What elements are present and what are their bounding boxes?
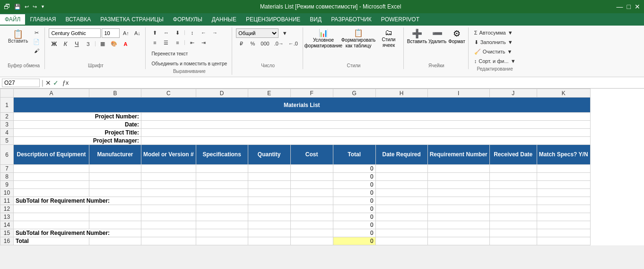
cell-16i[interactable] — [427, 237, 489, 245]
cut-button[interactable]: ✂ — [31, 28, 42, 37]
col-header-g[interactable]: G — [333, 89, 375, 98]
row-header-15[interactable]: 15 — [0, 229, 14, 237]
underline-button[interactable]: Ч — [71, 39, 82, 48]
cell-15k[interactable] — [537, 229, 590, 237]
cell-12b[interactable] — [89, 205, 141, 213]
cell-15e[interactable] — [248, 229, 290, 237]
delete-cells-button[interactable]: ➖ Удалить — [428, 28, 446, 44]
paste-button[interactable]: 📋 Вставить — [6, 28, 30, 45]
menu-formulas[interactable]: ФОРМУЛЫ — [168, 14, 207, 25]
cell-13k[interactable] — [537, 213, 590, 221]
menu-insert[interactable]: ВСТАВКА — [61, 14, 96, 25]
quick-undo[interactable]: ↩ — [25, 4, 29, 10]
cell-10c[interactable] — [141, 189, 196, 197]
row-header-11[interactable]: 11 — [0, 197, 14, 205]
cell-11f[interactable] — [290, 197, 333, 205]
font-color-button[interactable]: A — [120, 40, 131, 48]
project-title-value[interactable] — [141, 129, 591, 137]
cell-16c[interactable] — [141, 237, 196, 245]
cell-7b[interactable] — [89, 165, 141, 173]
cell-16j[interactable] — [489, 237, 537, 245]
cell-11j[interactable] — [489, 197, 537, 205]
format-as-table-button[interactable]: 📋 Форматировать как таблицу — [342, 28, 375, 49]
cell-9k[interactable] — [537, 181, 590, 189]
cell-7c[interactable] — [141, 165, 196, 173]
cell-9h[interactable] — [375, 181, 427, 189]
minimize-button[interactable]: — — [617, 3, 623, 10]
row-header-16[interactable]: 16 — [0, 237, 14, 245]
cell-13e[interactable] — [248, 213, 290, 221]
decrease-decimal-button[interactable]: ←.0 — [287, 39, 300, 48]
row-header-9[interactable]: 9 — [0, 181, 14, 189]
cell-13c[interactable] — [141, 213, 196, 221]
cell-11c[interactable] — [141, 197, 196, 205]
row-header-3[interactable]: 3 — [0, 121, 14, 129]
cell-10b[interactable] — [89, 189, 141, 197]
bold-button[interactable]: Ж — [49, 39, 59, 48]
cell-8d[interactable] — [196, 173, 248, 181]
conditional-format-button[interactable]: 📊 Условное форматирование — [307, 28, 340, 49]
align-middle-button[interactable]: ↔ — [161, 28, 171, 37]
cell-15c[interactable] — [141, 229, 196, 237]
currency-button[interactable]: ₽ — [236, 39, 246, 48]
align-bottom-button[interactable]: ⬇ — [172, 28, 183, 37]
project-manager-value[interactable] — [141, 137, 591, 145]
cell-12c[interactable] — [141, 205, 196, 213]
menu-file[interactable]: ФАЙЛ — [0, 14, 25, 25]
cell-7k[interactable] — [537, 165, 590, 173]
cell-14k[interactable] — [537, 221, 590, 229]
cell-7j[interactable] — [489, 165, 537, 173]
merge-center-button[interactable]: Объединить и поместить в центре — [149, 59, 229, 68]
quick-redo[interactable]: ↪ — [33, 4, 37, 10]
cell-8b[interactable] — [89, 173, 141, 181]
menu-data[interactable]: ДАННЫЕ — [207, 14, 241, 25]
menu-view[interactable]: ВИД — [305, 14, 326, 25]
col-header-k[interactable]: K — [537, 89, 590, 98]
cell-12i[interactable] — [427, 205, 489, 213]
menu-review[interactable]: РЕЦЕНЗИРОВАНИЕ — [241, 14, 305, 25]
cell-12e[interactable] — [248, 205, 290, 213]
strikethrough-button[interactable]: З — [83, 40, 93, 48]
col-header-e[interactable]: E — [248, 89, 290, 98]
cell-9a[interactable] — [14, 181, 89, 189]
row-header-1[interactable]: 1 — [0, 98, 14, 113]
col-header-f[interactable]: F — [290, 89, 333, 98]
font-name-input[interactable] — [49, 28, 101, 38]
quick-access-dropdown[interactable]: ▼ — [41, 4, 45, 9]
cell-12g[interactable]: 0 — [333, 205, 375, 213]
cell-14e[interactable] — [248, 221, 290, 229]
cell-12a[interactable] — [14, 205, 89, 213]
col-header-c[interactable]: C — [141, 89, 196, 98]
cell-13d[interactable] — [196, 213, 248, 221]
cell-8g[interactable]: 0 — [333, 173, 375, 181]
cell-14h[interactable] — [375, 221, 427, 229]
row-header-14[interactable]: 14 — [0, 221, 14, 229]
confirm-formula-button[interactable]: ✓ — [53, 79, 59, 87]
formula-input[interactable] — [72, 79, 642, 87]
cell-7i[interactable] — [427, 165, 489, 173]
cell-styles-button[interactable]: 🗂 Стили ячеек — [377, 28, 400, 48]
cell-15d[interactable] — [196, 229, 248, 237]
row-header-2[interactable]: 2 — [0, 113, 14, 121]
cell-8e[interactable] — [248, 173, 290, 181]
cell-10h[interactable] — [375, 189, 427, 197]
sort-filter-button[interactable]: ↕ Сорт. и фи... ▼ — [472, 57, 518, 65]
copy-button[interactable]: 📄 — [31, 37, 42, 46]
align-center-button[interactable]: ☰ — [161, 38, 171, 47]
cell-8i[interactable] — [427, 173, 489, 181]
cell-15h[interactable] — [375, 229, 427, 237]
menu-home[interactable]: ГЛАВНАЯ — [25, 14, 61, 25]
cell-16d[interactable] — [196, 237, 248, 245]
wrap-text-button[interactable]: Перенести текст — [149, 49, 190, 58]
cell-15i[interactable] — [427, 229, 489, 237]
cell-8c[interactable] — [141, 173, 196, 181]
row-header-10[interactable]: 10 — [0, 189, 14, 197]
decrease-font-button[interactable]: A↓ — [132, 29, 142, 37]
row-header-5[interactable]: 5 — [0, 137, 14, 145]
col-header-d[interactable]: D — [196, 89, 248, 98]
col-header-b[interactable]: B — [89, 89, 141, 98]
italic-button[interactable]: К — [60, 39, 70, 48]
cell-14b[interactable] — [89, 221, 141, 229]
number-format-dropdown[interactable]: ▼ — [279, 29, 290, 37]
cell-14a[interactable] — [14, 221, 89, 229]
